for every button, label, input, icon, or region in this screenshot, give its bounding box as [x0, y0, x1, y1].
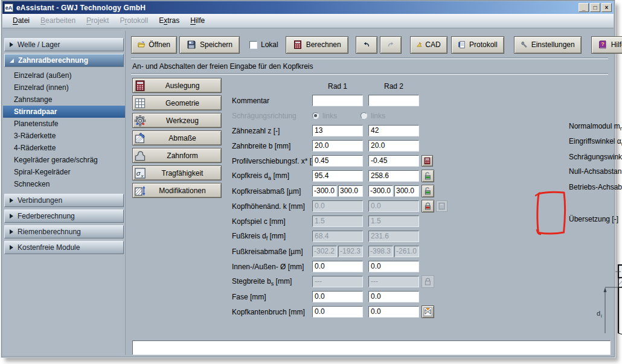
kommentar-label: Kommentar: [232, 97, 312, 105]
minimize-button[interactable]: _: [579, 3, 589, 12]
settings-button[interactable]: Einstellungen: [514, 36, 582, 54]
menu-bearbeiten: Bearbeiten: [35, 14, 81, 28]
kopfkantenbruch-rad1-input[interactable]: 0.0: [312, 306, 363, 318]
abmasse-button[interactable]: Abmaße: [132, 130, 222, 145]
abmasse-label: Abmaße: [146, 134, 219, 142]
sidebar-item-3-raederkette[interactable]: 3-Räderkette: [3, 130, 125, 142]
menu-bar: Datei Bearbeiten Projekt Protokoll Extra…: [2, 14, 614, 28]
profilverschiebung-rad1-input[interactable]: 0.45: [312, 155, 363, 167]
sidebar-header-zahnradberechnung[interactable]: Zahnradberechnung: [4, 54, 124, 67]
open-button[interactable]: Öffnen: [131, 36, 177, 54]
sidebar-item-4-raederkette[interactable]: 4-Räderkette: [3, 142, 125, 154]
normalmodul-row: Normalmodul mn [mm] 6.0: [569, 119, 622, 134]
redo-icon: [386, 40, 395, 49]
kommentar-rad2-input[interactable]: [368, 95, 419, 106]
gear-pair-form: Rad 1 Rad 2 Kommentar Schrägungsrichtung…: [232, 80, 452, 319]
sidebar-item-planetenstufe[interactable]: Planetenstufe: [3, 118, 125, 130]
geometrie-button[interactable]: Geometrie: [132, 95, 222, 110]
zaehnezahl-rad1-input[interactable]: 13: [312, 125, 363, 136]
tragfaehigkeit-button[interactable]: σx Tragfähigkeit: [132, 165, 222, 180]
sidebar-item-kegelraeder[interactable]: Kegelräder gerade/schräg: [3, 154, 125, 166]
kopfkreisabmass-rad1-min-input[interactable]: -300.0: [312, 185, 337, 197]
gear-cross-section-drawing: d i b s: [590, 257, 622, 347]
kopfkreisabmass-lock-button[interactable]: [422, 185, 434, 197]
maximize-button[interactable]: □: [590, 3, 600, 12]
protocol-button[interactable]: Protokoll: [451, 36, 504, 54]
kopfkantenbruch-rad2-input[interactable]: 0.0: [368, 306, 419, 318]
zahnbreite-rad2-input[interactable]: 20.0: [368, 140, 419, 152]
kommentar-rad1-input[interactable]: [312, 95, 363, 106]
kopfkreis-rad1-input[interactable]: 95.4: [312, 170, 363, 182]
sidebar-header-welle-lager[interactable]: Welle / Lager: [4, 38, 124, 51]
column-headers: Rad 1 Rad 2: [232, 80, 452, 93]
sidebar-header-verbindungen[interactable]: Verbindungen: [4, 194, 124, 207]
werkzeug-button[interactable]: Werkzeug: [132, 113, 222, 128]
profilverschiebung-calc-button[interactable]: [422, 155, 433, 167]
cad-button-label: CAD: [425, 40, 440, 49]
sidebar-header-kostenfreie-module[interactable]: Kostenfreie Module: [4, 241, 124, 254]
undo-button[interactable]: [356, 36, 377, 54]
kopfkantenbruch-button[interactable]: [422, 305, 434, 318]
save-button[interactable]: Speichern: [179, 36, 240, 54]
kopfhoehenaenderung-lock-button[interactable]: [422, 200, 434, 212]
lokal-checkbox[interactable]: [249, 41, 257, 49]
kopfspiel-label: Kopfspiel c [mm]: [232, 217, 312, 226]
kopfkreisabmass-label: Kopfkreisabmaß [µm]: [232, 187, 312, 196]
kopfkreis-lock-button[interactable]: [422, 170, 434, 182]
help-book-icon: ?: [598, 40, 608, 49]
sidebar-item-einzelrad-aussen[interactable]: Einzelrad (außen): [3, 69, 125, 81]
sidebar-item-spiral-kegelraeder[interactable]: Spiral-Kegelräder: [3, 166, 125, 178]
kopfkreisabmass-rad1-max-input[interactable]: 300.0: [338, 185, 363, 197]
auslegung-button[interactable]: Auslegung: [132, 78, 222, 93]
sidebar-item-einzelrad-innen[interactable]: Einzelrad (innen): [3, 81, 125, 94]
eingriffswinkel-row: Eingriffswinkel αn [°] 20.0: [569, 134, 622, 149]
menu-datei[interactable]: Datei: [7, 14, 35, 28]
fase-rad1-input[interactable]: 0.0: [312, 291, 363, 302]
modifikationen-button[interactable]: Modifikationen: [132, 183, 222, 198]
zahnform-button[interactable]: Zahnform: [132, 148, 222, 163]
links-radio-rad2: [361, 112, 367, 119]
cad-button[interactable]: CAD: [410, 36, 447, 54]
rad2-header: Rad 2: [368, 82, 419, 91]
zaehnezahl-rad2-input[interactable]: 42: [368, 125, 419, 136]
schraegungsrichtung-label: Schrägungsrichtung: [232, 112, 312, 120]
kopfkreisabmass-row: Kopfkreisabmaß [µm] -300.0 300.0 -300.0 …: [232, 184, 452, 199]
kopfhoehenaenderung-calc-button: [436, 200, 447, 212]
kopfhoehenaenderung-row: Kopfhöhenänd. k [mm] 0.0 0.0: [232, 199, 452, 214]
calculate-button[interactable]: Berechnen: [286, 36, 348, 54]
null-achsabstand-label: Null-Achsabstand ad [mm]: [569, 167, 622, 177]
sidebar-header-federberechnung[interactable]: Federberechnung: [4, 209, 124, 223]
sidebar-item-zahnstange[interactable]: Zahnstange: [3, 94, 125, 106]
sidebar-header-label: Federberechnung: [18, 212, 75, 220]
sidebar-header-label: Verbindungen: [18, 196, 62, 205]
profilverschiebung-rad2-input[interactable]: -0.45: [368, 155, 419, 167]
fusskreis-label: Fußkreis df [mm]: [232, 232, 312, 241]
sidebar-header-riemenberechnung[interactable]: Riemenberechnung: [4, 225, 124, 238]
kopfkreis-label: Kopfkreis da [mm]: [232, 171, 312, 181]
kopfkreis-rad2-input[interactable]: 258.6: [368, 170, 419, 182]
close-button[interactable]: ×: [601, 3, 612, 12]
lock-open-icon: [423, 187, 432, 196]
annotation-red-circle: [534, 187, 572, 242]
protocol-button-label: Protokoll: [469, 40, 498, 49]
help-button[interactable]: ? Hilfe: [591, 36, 622, 54]
profilverschiebung-label: Profilverschiebungsf. x* [-]: [232, 157, 312, 165]
zahnbreite-rad1-input[interactable]: 20.0: [312, 140, 363, 152]
innen-aussen-rad2-input[interactable]: 0.0: [368, 261, 419, 272]
mini-calculator-icon: [423, 157, 431, 165]
menu-hilfe[interactable]: Hilfe: [185, 14, 210, 28]
menu-extras[interactable]: Extras: [153, 14, 185, 28]
innen-aussen-rad1-input[interactable]: 0.0: [312, 261, 363, 272]
kopfkreisabmass-rad2-max-input[interactable]: 300.0: [394, 185, 419, 197]
collapsed-triangle-icon: [10, 198, 13, 203]
zaehnezahl-label: Zähnezahl z [-]: [232, 127, 312, 135]
schraegungswinkel-row: Schrägungswinkel β [°] 0.0: [569, 149, 622, 164]
fase-rad2-input[interactable]: 0.0: [368, 291, 419, 302]
fusskreisabmasse-rad1-min-input: -302.2: [312, 246, 337, 257]
kopfkantenbruch-row: Kopfkantenbruch [mm] 0.0 0.0: [232, 304, 452, 319]
sidebar-item-stirnradpaar[interactable]: Stirnradpaar: [3, 106, 125, 118]
sidebar-item-schnecken[interactable]: Schnecken: [3, 178, 125, 190]
open-button-label: Öffnen: [149, 40, 170, 49]
kopfhoehenaenderung-rad1-input: 0.0: [312, 200, 363, 212]
kopfkreisabmass-rad2-min-input[interactable]: -300.0: [368, 185, 393, 197]
